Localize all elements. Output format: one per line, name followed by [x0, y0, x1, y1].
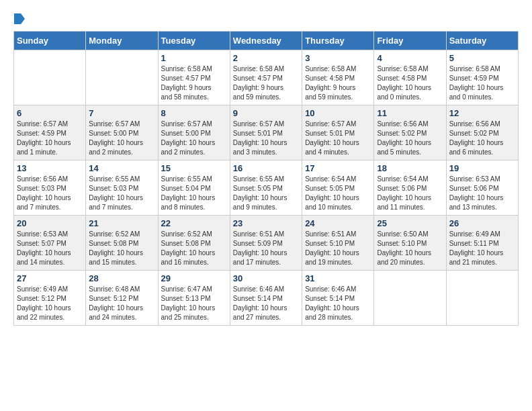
- header-wednesday: Wednesday: [230, 32, 302, 50]
- calendar-cell: 20Sunrise: 6:53 AM Sunset: 5:07 PM Dayli…: [14, 216, 86, 271]
- day-info: Sunrise: 6:54 AM Sunset: 5:05 PM Dayligh…: [305, 175, 371, 212]
- day-info: Sunrise: 6:58 AM Sunset: 4:58 PM Dayligh…: [377, 64, 443, 102]
- calendar-cell: [86, 50, 158, 105]
- calendar-cell: 21Sunrise: 6:52 AM Sunset: 5:08 PM Dayli…: [86, 216, 158, 271]
- day-number: 13: [17, 163, 83, 173]
- day-info: Sunrise: 6:50 AM Sunset: 5:10 PM Dayligh…: [377, 230, 443, 267]
- calendar-cell: 19Sunrise: 6:53 AM Sunset: 5:06 PM Dayli…: [446, 161, 518, 216]
- day-number: 24: [305, 218, 371, 228]
- calendar-week-5: 27Sunrise: 6:49 AM Sunset: 5:12 PM Dayli…: [14, 271, 519, 326]
- calendar-cell: 7Sunrise: 6:57 AM Sunset: 5:00 PM Daylig…: [86, 105, 158, 161]
- day-info: Sunrise: 6:47 AM Sunset: 5:13 PM Dayligh…: [161, 285, 227, 322]
- day-info: Sunrise: 6:58 AM Sunset: 4:59 PM Dayligh…: [449, 64, 515, 102]
- day-info: Sunrise: 6:57 AM Sunset: 5:01 PM Dayligh…: [233, 120, 299, 157]
- header-sunday: Sunday: [14, 32, 86, 50]
- calendar-week-3: 13Sunrise: 6:56 AM Sunset: 5:03 PM Dayli…: [14, 161, 519, 216]
- calendar-cell: 1Sunrise: 6:58 AM Sunset: 4:57 PM Daylig…: [158, 50, 230, 105]
- day-info: Sunrise: 6:57 AM Sunset: 5:01 PM Dayligh…: [305, 120, 371, 157]
- calendar-cell: 18Sunrise: 6:54 AM Sunset: 5:06 PM Dayli…: [374, 161, 446, 216]
- calendar-cell: 14Sunrise: 6:55 AM Sunset: 5:03 PM Dayli…: [86, 161, 158, 216]
- day-number: 6: [17, 108, 83, 118]
- day-number: 8: [161, 108, 227, 118]
- calendar-cell: 23Sunrise: 6:51 AM Sunset: 5:09 PM Dayli…: [230, 216, 302, 271]
- calendar-cell: 3Sunrise: 6:58 AM Sunset: 4:58 PM Daylig…: [302, 50, 374, 105]
- calendar-cell: 13Sunrise: 6:56 AM Sunset: 5:03 PM Dayli…: [14, 161, 86, 216]
- day-info: Sunrise: 6:48 AM Sunset: 5:12 PM Dayligh…: [89, 285, 154, 322]
- day-number: 9: [233, 108, 299, 118]
- day-number: 7: [89, 108, 154, 118]
- calendar-cell: 11Sunrise: 6:56 AM Sunset: 5:02 PM Dayli…: [374, 105, 446, 161]
- calendar-cell: [14, 50, 86, 105]
- calendar-cell: [446, 271, 518, 326]
- day-number: 27: [17, 273, 83, 283]
- day-info: Sunrise: 6:56 AM Sunset: 5:02 PM Dayligh…: [449, 120, 515, 157]
- day-number: 3: [305, 53, 371, 63]
- calendar-cell: 2Sunrise: 6:58 AM Sunset: 4:57 PM Daylig…: [230, 50, 302, 105]
- calendar-cell: 12Sunrise: 6:56 AM Sunset: 5:02 PM Dayli…: [446, 105, 518, 161]
- calendar-cell: 4Sunrise: 6:58 AM Sunset: 4:58 PM Daylig…: [374, 50, 446, 105]
- calendar-cell: 22Sunrise: 6:52 AM Sunset: 5:08 PM Dayli…: [158, 216, 230, 271]
- day-number: 1: [161, 53, 227, 63]
- day-number: 22: [161, 218, 227, 228]
- day-number: 12: [449, 108, 515, 118]
- day-info: Sunrise: 6:57 AM Sunset: 5:00 PM Dayligh…: [161, 120, 227, 157]
- day-info: Sunrise: 6:57 AM Sunset: 4:59 PM Dayligh…: [17, 120, 83, 157]
- calendar-cell: 6Sunrise: 6:57 AM Sunset: 4:59 PM Daylig…: [14, 105, 86, 161]
- header-tuesday: Tuesday: [158, 32, 230, 50]
- day-number: 4: [377, 53, 443, 63]
- day-number: 16: [233, 163, 299, 173]
- header-saturday: Saturday: [446, 32, 518, 50]
- header-monday: Monday: [86, 32, 158, 50]
- header-friday: Friday: [374, 32, 446, 50]
- day-number: 25: [377, 218, 443, 228]
- day-info: Sunrise: 6:52 AM Sunset: 5:08 PM Dayligh…: [89, 230, 154, 267]
- calendar-cell: 16Sunrise: 6:55 AM Sunset: 5:05 PM Dayli…: [230, 161, 302, 216]
- day-info: Sunrise: 6:46 AM Sunset: 5:14 PM Dayligh…: [305, 285, 371, 322]
- calendar-cell: 31Sunrise: 6:46 AM Sunset: 5:14 PM Dayli…: [302, 271, 374, 326]
- day-info: Sunrise: 6:55 AM Sunset: 5:05 PM Dayligh…: [233, 175, 299, 212]
- day-number: 31: [305, 273, 371, 283]
- calendar: SundayMondayTuesdayWednesdayThursdayFrid…: [13, 31, 519, 326]
- calendar-week-2: 6Sunrise: 6:57 AM Sunset: 4:59 PM Daylig…: [14, 105, 519, 161]
- day-number: 15: [161, 163, 227, 173]
- calendar-cell: 29Sunrise: 6:47 AM Sunset: 5:13 PM Dayli…: [158, 271, 230, 326]
- day-info: Sunrise: 6:52 AM Sunset: 5:08 PM Dayligh…: [161, 230, 227, 267]
- day-info: Sunrise: 6:55 AM Sunset: 5:03 PM Dayligh…: [89, 175, 154, 212]
- day-info: Sunrise: 6:56 AM Sunset: 5:02 PM Dayligh…: [377, 120, 443, 157]
- day-info: Sunrise: 6:49 AM Sunset: 5:12 PM Dayligh…: [17, 285, 83, 322]
- page-header: [13, 13, 519, 24]
- calendar-cell: 30Sunrise: 6:46 AM Sunset: 5:14 PM Dayli…: [230, 271, 302, 326]
- day-number: 2: [233, 53, 299, 63]
- logo: [13, 13, 26, 24]
- header-thursday: Thursday: [302, 32, 374, 50]
- day-info: Sunrise: 6:51 AM Sunset: 5:09 PM Dayligh…: [233, 230, 299, 267]
- calendar-cell: 27Sunrise: 6:49 AM Sunset: 5:12 PM Dayli…: [14, 271, 86, 326]
- day-info: Sunrise: 6:56 AM Sunset: 5:03 PM Dayligh…: [17, 175, 83, 212]
- day-info: Sunrise: 6:55 AM Sunset: 5:04 PM Dayligh…: [161, 175, 227, 212]
- day-info: Sunrise: 6:53 AM Sunset: 5:07 PM Dayligh…: [17, 230, 83, 267]
- day-number: 20: [17, 218, 83, 228]
- day-info: Sunrise: 6:57 AM Sunset: 5:00 PM Dayligh…: [89, 120, 154, 157]
- day-number: 5: [449, 53, 515, 63]
- calendar-cell: 10Sunrise: 6:57 AM Sunset: 5:01 PM Dayli…: [302, 105, 374, 161]
- calendar-cell: 28Sunrise: 6:48 AM Sunset: 5:12 PM Dayli…: [86, 271, 158, 326]
- day-number: 10: [305, 108, 371, 118]
- calendar-cell: 17Sunrise: 6:54 AM Sunset: 5:05 PM Dayli…: [302, 161, 374, 216]
- day-number: 23: [233, 218, 299, 228]
- day-number: 21: [89, 218, 154, 228]
- calendar-cell: 26Sunrise: 6:49 AM Sunset: 5:11 PM Dayli…: [446, 216, 518, 271]
- calendar-header-row: SundayMondayTuesdayWednesdayThursdayFrid…: [14, 32, 519, 50]
- day-number: 18: [377, 163, 443, 173]
- calendar-cell: 5Sunrise: 6:58 AM Sunset: 4:59 PM Daylig…: [446, 50, 518, 105]
- calendar-cell: 9Sunrise: 6:57 AM Sunset: 5:01 PM Daylig…: [230, 105, 302, 161]
- day-info: Sunrise: 6:46 AM Sunset: 5:14 PM Dayligh…: [233, 285, 299, 322]
- day-number: 19: [449, 163, 515, 173]
- day-info: Sunrise: 6:58 AM Sunset: 4:58 PM Dayligh…: [305, 64, 371, 102]
- calendar-cell: [374, 271, 446, 326]
- day-number: 26: [449, 218, 515, 228]
- day-number: 29: [161, 273, 227, 283]
- day-info: Sunrise: 6:53 AM Sunset: 5:06 PM Dayligh…: [449, 175, 515, 212]
- day-number: 30: [233, 273, 299, 283]
- day-number: 28: [89, 273, 154, 283]
- calendar-cell: 25Sunrise: 6:50 AM Sunset: 5:10 PM Dayli…: [374, 216, 446, 271]
